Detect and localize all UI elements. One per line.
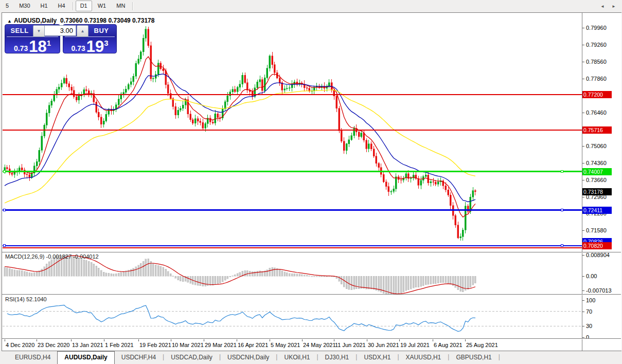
candles (4, 26, 476, 241)
price-level-label-0.77200: 0.77200 (582, 91, 612, 98)
date-tick (204, 339, 204, 341)
chart-symbol: AUDUSD,Daily (14, 17, 57, 24)
date-label: 6 Aug 2021 (434, 342, 463, 348)
date-label: 23 Dec 2020 (38, 342, 69, 348)
volume-decrease-button[interactable]: ▼ (33, 25, 45, 37)
date-label: 1 Feb 2021 (105, 342, 134, 348)
date-label: 30 Jun 2021 (368, 342, 399, 348)
date-label: 10 Mar 2021 (172, 342, 204, 348)
price-grid-label: 0.75060 (586, 143, 607, 150)
timeframe-button-mn[interactable]: MN (112, 1, 130, 11)
sell-price[interactable]: 0.73 18 1 (5, 37, 60, 55)
price-level-line-0.70820[interactable] (3, 247, 582, 248)
axis-tick (582, 312, 584, 312)
tab-xauusd-h1[interactable]: XAUUSD,H1 (399, 351, 448, 364)
panel-separator[interactable] (2, 294, 621, 295)
date-tick (104, 339, 104, 341)
axis-tick (582, 163, 584, 163)
current-price-label: 0.73178 (582, 188, 612, 195)
price-level-line-0.70826[interactable] (3, 245, 582, 246)
price-level-line-0.77200[interactable] (3, 94, 582, 95)
buy-price[interactable]: 0.73 19 3 (63, 37, 116, 55)
toolbar-separator (132, 2, 133, 10)
tab-gbpusd-h1[interactable]: GBPUSD,H1 (449, 351, 498, 364)
sell-price-big: 18 (29, 39, 46, 54)
panel-separator[interactable] (2, 252, 621, 252)
tab-audusd-daily[interactable]: AUDUSD,Daily (57, 351, 114, 364)
tab-usdcnh-daily[interactable]: USDCNH,Daily (221, 351, 276, 364)
date-label: 19 Jul 2021 (400, 342, 430, 348)
tab-usdx-h1[interactable]: USDX,H1 (357, 351, 397, 364)
one-click-trading-widget: SELL 0.73 18 1 BUY 0.73 19 3 ▼ 3.00 ▲ (5, 24, 117, 53)
rsi-line[interactable] (7, 305, 475, 332)
price-level-label-0.72411: 0.72411 (582, 207, 612, 214)
tab-usdcad-daily[interactable]: USDCAD,Daily (164, 351, 219, 364)
date-label: 5 May 2021 (271, 342, 300, 348)
chart-ohlc-values: 0.73060 0.73198 0.73049 0.73178 (60, 17, 155, 24)
tab-usdchf-h4[interactable]: USDCHF,H4 (115, 351, 163, 364)
macd-axis-label: -0.007013 (586, 287, 612, 294)
timeframe-button-m30[interactable]: M30 (14, 1, 34, 11)
date-tick (138, 339, 139, 341)
tab-dj30-h1[interactable]: DJ30,H1 (318, 351, 356, 364)
date-tick (71, 339, 72, 341)
sell-price-prefix: 0.73 (14, 44, 28, 52)
buy-button[interactable]: BUY (86, 27, 116, 34)
date-axis: 4 Dec 202023 Dec 202013 Jan 20211 Feb 20… (3, 339, 582, 350)
line-handle[interactable] (561, 209, 563, 211)
ma-line-medium[interactable] (5, 74, 475, 202)
date-label: 4 Dec 2020 (6, 342, 34, 348)
timeframe-button-d1[interactable]: D1 (76, 1, 92, 11)
rsi-axis-label: 100 (586, 297, 595, 304)
date-tick (465, 339, 466, 341)
chart-window[interactable]: ▲AUDUSD,Daily 0.73060 0.73198 0.73049 0.… (2, 12, 621, 351)
timeframe-button-5[interactable]: 5 (1, 1, 13, 11)
macd-axis-label: 0.00 (586, 273, 597, 280)
line-handle[interactable] (3, 209, 6, 211)
price-grid-label: 0.76460 (586, 110, 607, 116)
price-level-line-0.75716[interactable] (3, 130, 582, 131)
axis-tick (582, 28, 584, 28)
timeframe-button-w1[interactable]: W1 (93, 1, 111, 11)
date-tick (270, 339, 270, 341)
price-level-line-0.74007[interactable] (3, 171, 582, 172)
date-tick (399, 339, 400, 341)
buy-price-sup: 3 (104, 39, 108, 47)
rsi-indicator-canvas[interactable] (3, 295, 582, 338)
line-handle[interactable] (3, 170, 6, 173)
tab-eurusd-h4[interactable]: EURUSD,H4 (8, 351, 57, 364)
symbol-marker-icon: ▲ (7, 19, 12, 24)
line-handle[interactable] (561, 170, 563, 173)
date-tick (433, 339, 433, 341)
axis-tick (582, 146, 584, 147)
macd-axis-label: 0.008904 (586, 252, 610, 259)
macd-label: MACD(12,26,9) -0.001827 -0.004012 (5, 253, 99, 260)
tab-scroll-arrows[interactable]: ◄ ► (600, 4, 619, 9)
price-level-label-0.75716: 0.75716 (582, 126, 612, 134)
price-grid-label: 0.79960 (586, 25, 607, 31)
line-handle[interactable] (3, 244, 6, 247)
volume-input[interactable]: 3.00 (44, 25, 76, 36)
axis-tick (582, 230, 584, 231)
sell-button[interactable]: SELL (5, 27, 34, 34)
date-label: 11 Jun 2021 (335, 342, 366, 348)
tab-separator: | (499, 351, 500, 364)
price-grid-label: 0.78560 (586, 59, 607, 65)
axis-tick (582, 300, 584, 301)
ma-line-slow[interactable] (5, 90, 475, 203)
buy-price-prefix: 0.73 (71, 44, 85, 52)
line-handle[interactable] (561, 244, 563, 247)
timeframe-button-h1[interactable]: H1 (36, 1, 52, 11)
timeframe-button-h4[interactable]: H4 (54, 1, 70, 11)
volume-increase-button[interactable]: ▲ (77, 25, 88, 37)
rsi-axis-label: 70 (586, 308, 592, 315)
rsi-axis-label: 0 (586, 334, 589, 341)
mt4-terminal: { "toolbar": { "items": [ {"label":"5","… (0, 0, 622, 364)
axis-tick (582, 45, 584, 45)
chart-title: ▲AUDUSD,Daily 0.73060 0.73198 0.73049 0.… (7, 17, 154, 24)
price-grid-label: 0.71580 (586, 227, 607, 234)
tab-ukoil-h1[interactable]: UKOil,H1 (277, 351, 316, 364)
price-level-line-0.72411[interactable] (3, 209, 582, 211)
date-tick (334, 339, 334, 341)
arrow-up-icon: ▲ (81, 29, 85, 33)
